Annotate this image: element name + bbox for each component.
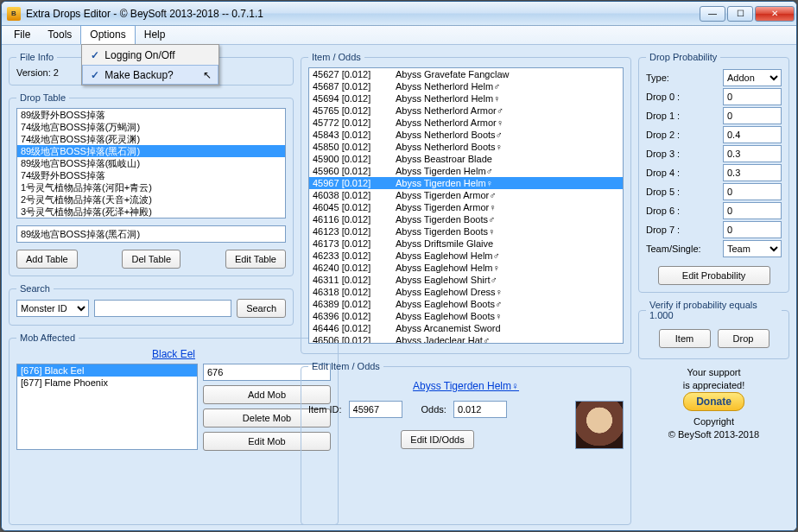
item-thumbnail <box>575 401 624 449</box>
del-table-button[interactable]: Del Table <box>122 250 180 269</box>
menu-file[interactable]: File <box>5 26 39 44</box>
item-odds-row[interactable]: 46038 [0.012]Abyss Tigerden Armor♂ <box>309 189 623 201</box>
drop5-input[interactable] <box>723 183 782 200</box>
search-legend: Search <box>16 283 54 294</box>
search-input[interactable] <box>94 300 231 317</box>
edit-id-odds-button[interactable]: Edit ID/Odds <box>401 430 473 449</box>
item-odds-row[interactable]: 46173 [0.012]Abyss Driftsmile Glaive <box>309 238 623 250</box>
edit-probability-button[interactable]: Edit Probability <box>658 266 770 285</box>
item-odds-row[interactable]: 46233 [0.012]Abyss Eaglehowl Helm♂ <box>309 250 623 262</box>
verify-legend: Verify if probability equals 1.000 <box>646 300 782 320</box>
drop2-label: Drop 2 : <box>646 130 680 140</box>
drop-table-group: Drop Table 89级野外BOSS掉落74级地宫BOSS掉落(万蝎洞)74… <box>9 92 294 276</box>
drop0-input[interactable] <box>723 88 782 105</box>
copyright-label: Copyright <box>638 415 789 428</box>
titlebar[interactable]: B Extra Drops Editor - © BeySoft 2013-20… <box>2 2 796 26</box>
drop7-input[interactable] <box>723 221 782 238</box>
version-label: Version: 2 <box>16 67 59 78</box>
verify-drop-button[interactable]: Drop <box>718 329 770 348</box>
team-label: Team/Single: <box>646 244 701 254</box>
drop-table-row[interactable]: 74级地宫BOSS掉落(死灵渊) <box>17 133 285 145</box>
support-line1: Your support <box>638 366 789 379</box>
item-odds-row[interactable]: 45627 [0.012]Abyss Gravefate Fangclaw <box>309 68 623 80</box>
cursor-icon: ↖ <box>203 69 212 81</box>
drop3-label: Drop 3 : <box>646 149 680 159</box>
donate-button[interactable]: Donate <box>683 392 744 411</box>
drop-table-row[interactable]: 74级野外BOSS掉落 <box>17 169 285 181</box>
add-table-button[interactable]: Add Table <box>16 250 78 269</box>
drop7-label: Drop 7 : <box>646 225 680 235</box>
item-odds-row[interactable]: 46506 [0.012]Abyss Jadeclear Hat♂ <box>309 334 623 344</box>
item-odds-legend: Item / Odds <box>308 52 364 62</box>
search-button[interactable]: Search <box>237 299 286 318</box>
drop-table-row[interactable]: 3号灵气植物品掉落(死泽+神殿) <box>17 206 285 218</box>
prob-type-label: Type: <box>646 73 669 83</box>
item-odds-row[interactable]: 45900 [0.012]Abyss Beastroar Blade <box>309 153 623 165</box>
verify-item-button[interactable]: Item <box>659 329 711 348</box>
edit-item-link[interactable]: Abyss Tigerden Helm♀ <box>413 380 519 392</box>
mob-list[interactable]: [676] Black Eel[677] Flame Phoenix <box>16 364 198 450</box>
item-odds-row[interactable]: 46318 [0.012]Abyss Eaglehowl Dress♀ <box>309 286 623 298</box>
item-odds-row[interactable]: 46396 [0.012]Abyss Eaglehowl Boots♀ <box>309 310 623 322</box>
item-odds-row[interactable]: 46389 [0.012]Abyss Eaglehowl Boots♂ <box>309 298 623 310</box>
drop3-input[interactable] <box>723 145 782 162</box>
item-odds-row[interactable]: 45772 [0.012]Abyss Netherlord Armor♀ <box>309 117 623 129</box>
close-button[interactable]: ✕ <box>755 6 795 22</box>
item-odds-row[interactable]: 46116 [0.012]Abyss Tigerden Boots♂ <box>309 213 623 225</box>
drop-table-legend: Drop Table <box>16 92 69 103</box>
drop4-input[interactable] <box>723 164 782 181</box>
menu-backup-label: Make Backup? <box>104 69 173 81</box>
drop2-input[interactable] <box>723 126 782 143</box>
support-block: Your support is appreciated! Donate Copy… <box>638 366 789 441</box>
menu-options[interactable]: Options ✓ Logging On/Off ✓ Make Backup? … <box>80 25 135 44</box>
drop-probability-group: Drop Probability Type: Addon Drop 0 :Dro… <box>638 52 789 293</box>
drop6-label: Drop 6 : <box>646 206 680 216</box>
drop-table-row[interactable]: 89级野外BOSS掉落 <box>17 109 285 121</box>
item-odds-list[interactable]: 45627 [0.012]Abyss Gravefate Fangclaw456… <box>308 67 624 344</box>
item-odds-row[interactable]: 45765 [0.012]Abyss Netherlord Armor♂ <box>309 104 623 117</box>
item-id-input[interactable] <box>349 401 402 418</box>
item-odds-row[interactable]: 45694 [0.012]Abyss Netherlord Helm♀ <box>309 92 623 104</box>
drop-table-row[interactable]: 89级地宫BOSS掉落(狐岐山) <box>17 157 285 169</box>
search-type-select[interactable]: Monster ID <box>16 300 89 317</box>
mob-row[interactable]: [676] Black Eel <box>17 364 197 377</box>
menu-logging[interactable]: ✓ Logging On/Off <box>82 45 218 65</box>
team-select[interactable]: Team <box>723 240 782 257</box>
item-odds-row[interactable]: 45960 [0.012]Abyss Tigerden Helm♂ <box>309 165 623 177</box>
drop-table-list[interactable]: 89级野外BOSS掉落74级地宫BOSS掉落(万蝎洞)74级地宫BOSS掉落(死… <box>16 108 286 218</box>
item-odds-row[interactable]: 45843 [0.012]Abyss Netherlord Boots♂ <box>309 129 623 141</box>
maximize-button[interactable]: ☐ <box>727 6 753 22</box>
support-line2: is appreciated! <box>638 379 789 392</box>
mob-link[interactable]: Black Eel <box>152 348 195 360</box>
drop4-label: Drop 4 : <box>646 168 680 178</box>
drop1-input[interactable] <box>723 107 782 124</box>
drop-table-row[interactable]: 2号灵气植物品掉落(天音+流波) <box>17 193 285 206</box>
prob-legend: Drop Probability <box>646 52 720 62</box>
drop-table-row[interactable]: 74级地宫BOSS掉落(万蝎洞) <box>17 121 285 133</box>
prob-type-select[interactable]: Addon <box>723 69 782 86</box>
check-icon: ✓ <box>86 69 104 81</box>
drop0-label: Drop 0 : <box>646 92 680 102</box>
item-odds-row[interactable]: 46240 [0.012]Abyss Eaglehowl Helm♀ <box>309 262 623 274</box>
item-odds-row[interactable]: 46123 [0.012]Abyss Tigerden Boots♀ <box>309 225 623 238</box>
minimize-button[interactable]: — <box>700 6 725 22</box>
menu-help[interactable]: Help <box>136 26 174 44</box>
drop-table-input[interactable] <box>16 225 286 243</box>
item-odds-row[interactable]: 45967 [0.012]Abyss Tigerden Helm♀ <box>309 177 623 189</box>
edit-table-button[interactable]: Edit Table <box>225 250 286 269</box>
item-odds-row[interactable]: 46446 [0.012]Abyss Arcanemist Sword <box>309 322 623 334</box>
drop-table-row[interactable]: 1号灵气植物品掉落(河阳+青云) <box>17 181 285 193</box>
menu-backup[interactable]: ✓ Make Backup? ↖ <box>82 65 218 85</box>
drop-table-row[interactable]: 89级地宫BOSS掉落(黑石洞) <box>17 145 285 157</box>
item-odds-row[interactable]: 45687 [0.012]Abyss Netherlord Helm♂ <box>309 80 623 92</box>
odds-input[interactable] <box>453 401 507 418</box>
item-odds-row[interactable]: 45850 [0.012]Abyss Netherlord Boots♀ <box>309 141 623 153</box>
item-odds-row[interactable]: 46311 [0.012]Abyss Eaglehowl Shirt♂ <box>309 274 623 286</box>
item-odds-row[interactable]: 46045 [0.012]Abyss Tigerden Armor♀ <box>309 201 623 213</box>
menu-tools[interactable]: Tools <box>39 26 80 44</box>
mob-row[interactable]: [677] Flame Phoenix <box>17 377 197 389</box>
drop6-input[interactable] <box>723 202 782 219</box>
file-info-legend: File Info <box>16 52 57 62</box>
verify-group: Verify if probability equals 1.000 Item … <box>638 300 789 359</box>
menubar: File Tools Options ✓ Logging On/Off ✓ Ma… <box>2 26 796 45</box>
